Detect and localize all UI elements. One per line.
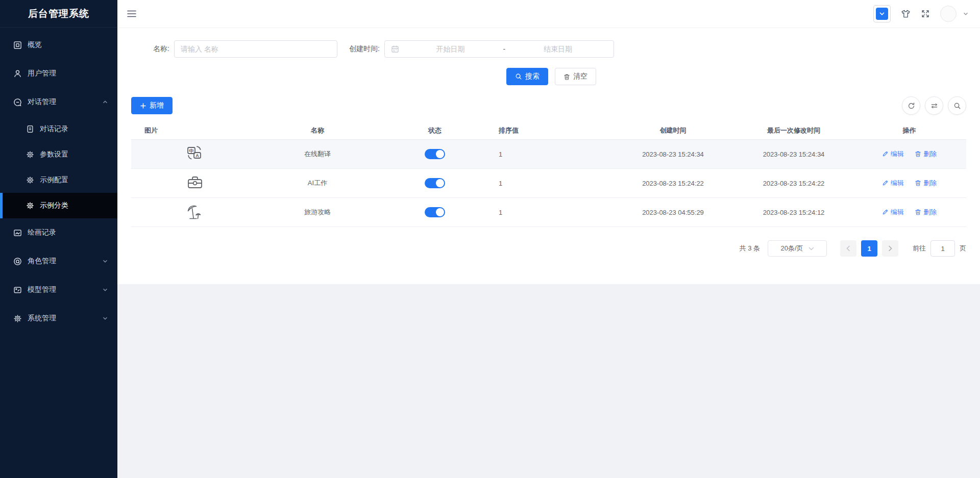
edit-button[interactable]: 编辑 [882, 149, 904, 159]
goto-page: 前往 页 [913, 240, 966, 257]
fullscreen-icon[interactable] [921, 9, 930, 18]
chevron-down-icon [102, 258, 108, 264]
column-header-actions: 操作 [852, 126, 966, 135]
next-page-button[interactable] [882, 240, 898, 257]
chat-icon [13, 97, 22, 107]
theme-skin-button[interactable] [901, 9, 911, 19]
row-status-cell [376, 207, 494, 217]
row-actions: 编辑 删除 [852, 208, 966, 217]
column-header-name: 名称 [259, 126, 376, 135]
sidebar-item-label: 对话管理 [28, 97, 102, 107]
status-toggle[interactable] [425, 207, 445, 217]
sidebar-item-model-management[interactable]: 模型管理 [0, 275, 117, 304]
status-toggle[interactable] [425, 149, 445, 159]
search-toggle-button[interactable] [948, 96, 966, 115]
prev-page-button[interactable] [840, 240, 856, 257]
column-header-image: 图片 [131, 126, 259, 135]
column-settings-button[interactable] [925, 96, 943, 115]
column-header-modified: 最后一次修改时间 [735, 126, 852, 135]
add-button[interactable]: 新增 [131, 97, 173, 114]
sidebar-item-system-management[interactable]: 系统管理 [0, 304, 117, 333]
sidebar-item-user-management[interactable]: 用户管理 [0, 59, 117, 88]
current-page-button[interactable]: 1 [861, 240, 877, 257]
goto-label: 前往 [913, 244, 926, 253]
clear-button[interactable]: 清空 [555, 68, 596, 85]
goto-page-input[interactable] [930, 240, 955, 257]
add-button-label: 新增 [150, 101, 164, 110]
column-header-status: 状态 [376, 126, 494, 135]
range-separator: - [500, 45, 508, 53]
sidebar-item-label: 系统管理 [28, 314, 102, 323]
sidebar-item-label: 角色管理 [28, 257, 102, 266]
created-time-label: 创建时间: [349, 44, 380, 54]
dashboard-icon [13, 40, 22, 49]
start-date-input[interactable] [401, 45, 500, 53]
gear-icon [26, 176, 34, 185]
edit-button[interactable]: 编辑 [882, 179, 904, 188]
menu-collapse-button[interactable] [127, 10, 137, 18]
sidebar-item-dialog-management[interactable]: 对话管理 [0, 88, 117, 116]
message-dropdown-button[interactable] [873, 5, 891, 22]
row-status-cell [376, 178, 494, 188]
chevron-up-icon [102, 99, 108, 105]
row-sort: 1 [494, 209, 611, 216]
top-header [117, 0, 980, 28]
user-avatar[interactable] [940, 6, 957, 22]
page-size-value: 20条/页 [780, 244, 803, 253]
sidebar-item-parameter-settings[interactable]: 参数设置 [0, 142, 117, 167]
table-row: AI工作 1 2023-08-23 15:24:22 2023-08-23 15… [131, 169, 966, 198]
delete-button-label: 删除 [923, 179, 937, 188]
table-row: 旅游攻略 1 2023-08-23 04:55:29 2023-08-23 15… [131, 198, 966, 227]
edit-button-label: 编辑 [891, 149, 904, 159]
sidebar-item-overview[interactable]: 概览 [0, 31, 117, 59]
row-created: 2023-08-23 15:24:22 [611, 180, 735, 187]
page-size-select[interactable]: 20条/页 [768, 240, 827, 257]
sidebar-item-role-management[interactable]: 角色管理 [0, 247, 117, 275]
search-buttons: 搜索 清空 [506, 68, 980, 85]
row-created: 2023-08-23 04:55:29 [611, 209, 735, 216]
row-name: AI工作 [259, 179, 376, 188]
sidebar-menu: 概览 用户管理 对话管理 对话 [0, 28, 117, 333]
row-modified: 2023-08-23 15:24:12 [735, 209, 852, 216]
briefcase-icon [186, 174, 204, 192]
row-sort: 1 [494, 150, 611, 158]
row-image-cell [131, 203, 259, 221]
delete-button[interactable]: 删除 [915, 208, 937, 217]
sidebar-item-label: 绘画记录 [28, 228, 108, 237]
sidebar-item-label: 模型管理 [28, 285, 102, 294]
goto-unit: 页 [960, 244, 966, 253]
name-input[interactable] [174, 40, 337, 58]
sidebar-item-label: 对话记录 [40, 124, 68, 134]
admin-app: 后台管理系统 概览 用户管理 对话管理 [0, 0, 980, 478]
column-header-sort: 排序值 [494, 126, 611, 135]
row-created: 2023-08-23 15:24:34 [611, 150, 735, 158]
edit-button-label: 编辑 [891, 179, 904, 188]
content-card: 名称: 创建时间: - 搜索 [117, 28, 980, 284]
name-label: 名称: [153, 44, 169, 54]
edit-button-label: 编辑 [891, 208, 904, 217]
sidebar-item-label: 参数设置 [40, 150, 68, 159]
table-header: 图片 名称 状态 排序值 创建时间 最后一次修改时间 操作 [131, 122, 966, 140]
row-status-cell [376, 149, 494, 159]
refresh-button[interactable] [902, 96, 920, 115]
row-modified: 2023-08-23 15:24:34 [735, 150, 852, 158]
chevron-down-icon[interactable] [963, 11, 969, 17]
delete-button[interactable]: 删除 [915, 179, 937, 188]
chevron-down-icon [808, 247, 814, 250]
row-sort: 1 [494, 180, 611, 187]
sidebar: 后台管理系统 概览 用户管理 对话管理 [0, 0, 117, 478]
total-count: 共 3 条 [740, 244, 760, 253]
table-tools [902, 96, 966, 115]
sidebar-item-drawing-records[interactable]: 绘画记录 [0, 218, 117, 247]
delete-button[interactable]: 删除 [915, 149, 937, 159]
sidebar-item-example-config[interactable]: 示例配置 [0, 167, 117, 193]
sidebar-item-dialog-records[interactable]: 对话记录 [0, 116, 117, 142]
row-modified: 2023-08-23 15:24:22 [735, 180, 852, 187]
status-toggle[interactable] [425, 178, 445, 188]
edit-button[interactable]: 编辑 [882, 208, 904, 217]
search-button[interactable]: 搜索 [506, 68, 548, 85]
sidebar-item-example-category[interactable]: 示例分类 [0, 193, 117, 218]
end-date-input[interactable] [508, 45, 607, 53]
date-range-picker[interactable]: - [384, 40, 614, 58]
sidebar-item-label: 示例分类 [40, 201, 68, 210]
